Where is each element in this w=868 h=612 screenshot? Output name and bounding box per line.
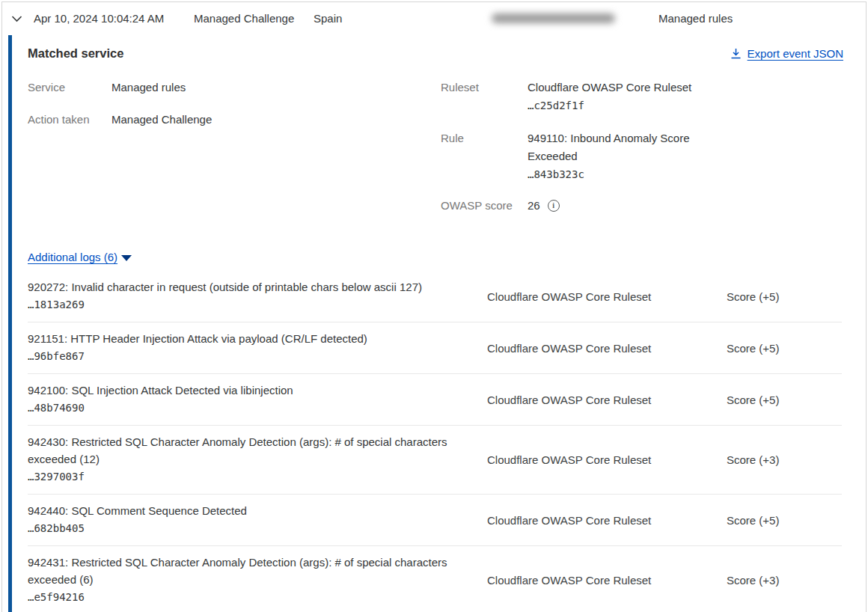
collapse-toggle[interactable] (2, 15, 25, 22)
action-taken-field: Action taken Managed Challenge (28, 111, 441, 129)
rule-label: Rule (441, 129, 528, 183)
log-ruleset: Cloudflare OWASP Core Ruleset (487, 342, 727, 355)
log-ruleset: Cloudflare OWASP Core Ruleset (487, 394, 727, 406)
additional-logs-toggle[interactable]: Additional logs (6) (28, 251, 132, 263)
log-rule-id: …3297003f (28, 468, 472, 486)
log-row: 942431: Restricted SQL Character Anomaly… (28, 546, 842, 612)
ruleset-label: Ruleset (441, 79, 528, 114)
additional-logs-label: Additional logs (6) (28, 251, 117, 263)
log-rule-id: …e5f94216 (28, 588, 472, 607)
chevron-down-icon (11, 15, 22, 22)
service-field: Service Managed rules (28, 79, 441, 97)
log-rule-description: 942430: Restricted SQL Character Anomaly… (28, 433, 472, 468)
action-taken-label: Action taken (28, 111, 111, 129)
event-summary-row[interactable]: Apr 10, 2024 10:04:24 AM Managed Challen… (2, 2, 866, 34)
owasp-score-field: OWASP score 26 i (441, 197, 843, 215)
log-ruleset: Cloudflare OWASP Core Ruleset (487, 514, 727, 527)
ruleset-name: Cloudflare OWASP Core Ruleset (528, 79, 691, 97)
log-rule-description: 942431: Restricted SQL Character Anomaly… (28, 554, 472, 588)
rule-name: 949110: Inbound Anomaly Score Exceeded (528, 129, 715, 165)
action-taken-value: Managed Challenge (111, 111, 212, 129)
event-detail-panel: Matched service Export event JSON Servic… (2, 34, 866, 612)
info-icon[interactable]: i (548, 200, 560, 212)
redacted-value (492, 13, 615, 23)
log-rule-id: …96bfe867 (28, 347, 472, 366)
log-row: 921151: HTTP Header Injection Attack via… (28, 322, 842, 374)
export-link-label: Export event JSON (748, 47, 843, 60)
service-value: Managed rules (111, 79, 186, 97)
log-rule-description: 920272: Invalid character in request (ou… (28, 278, 472, 296)
download-icon (730, 48, 742, 59)
rule-id: …843b323c (528, 165, 715, 183)
detail-left-column: Service Managed rules Action taken Manag… (28, 79, 441, 229)
log-rule-id: …682bb405 (28, 519, 472, 538)
ruleset-field: Ruleset Cloudflare OWASP Core Ruleset …c… (441, 79, 843, 114)
additional-logs-table: 920272: Invalid character in request (ou… (28, 271, 843, 612)
service-label: Service (28, 79, 111, 97)
triangle-down-icon (121, 255, 132, 261)
log-ruleset: Cloudflare OWASP Core Ruleset (487, 574, 727, 587)
additional-logs-section: Additional logs (6) 920272: Invalid char… (28, 251, 843, 612)
export-event-json-link[interactable]: Export event JSON (730, 47, 843, 60)
log-score: Score (+5) (727, 342, 842, 355)
log-score: Score (+3) (727, 453, 842, 466)
detail-right-column: Ruleset Cloudflare OWASP Core Ruleset …c… (441, 79, 843, 229)
log-row: 942440: SQL Comment Sequence Detected …6… (28, 495, 842, 546)
event-service: Managed rules (658, 12, 866, 25)
log-score: Score (+5) (727, 394, 842, 406)
log-ruleset: Cloudflare OWASP Core Ruleset (487, 453, 727, 466)
event-country: Spain (314, 12, 492, 25)
log-row: 920272: Invalid character in request (ou… (28, 271, 842, 322)
event-timestamp: Apr 10, 2024 10:04:24 AM (25, 12, 194, 25)
log-row: 942100: SQL Injection Attack Detected vi… (28, 374, 842, 426)
log-rule-id: …48b74690 (28, 399, 472, 417)
event-detail-container: Apr 10, 2024 10:04:24 AM Managed Challen… (1, 1, 867, 612)
matched-service-title: Matched service (28, 46, 123, 61)
owasp-score-label: OWASP score (441, 197, 528, 215)
log-ruleset: Cloudflare OWASP Core Ruleset (487, 290, 727, 303)
ruleset-id: …c25d2f1f (528, 97, 691, 114)
log-rule-id: …1813a269 (28, 296, 472, 314)
log-rule-description: 921151: HTTP Header Injection Attack via… (28, 330, 472, 347)
log-score: Score (+5) (727, 290, 842, 303)
log-rule-description: 942440: SQL Comment Sequence Detected (28, 502, 472, 519)
log-row: 942430: Restricted SQL Character Anomaly… (28, 426, 842, 495)
selected-row-accent-bar (8, 35, 12, 612)
rule-field: Rule 949110: Inbound Anomaly Score Excee… (441, 129, 843, 183)
log-score: Score (+3) (727, 574, 842, 587)
log-score: Score (+5) (727, 514, 842, 527)
event-host-redacted (492, 13, 617, 23)
owasp-score-value: 26 (528, 197, 540, 215)
log-rule-description: 942100: SQL Injection Attack Detected vi… (28, 382, 472, 399)
event-action: Managed Challenge (194, 12, 314, 25)
